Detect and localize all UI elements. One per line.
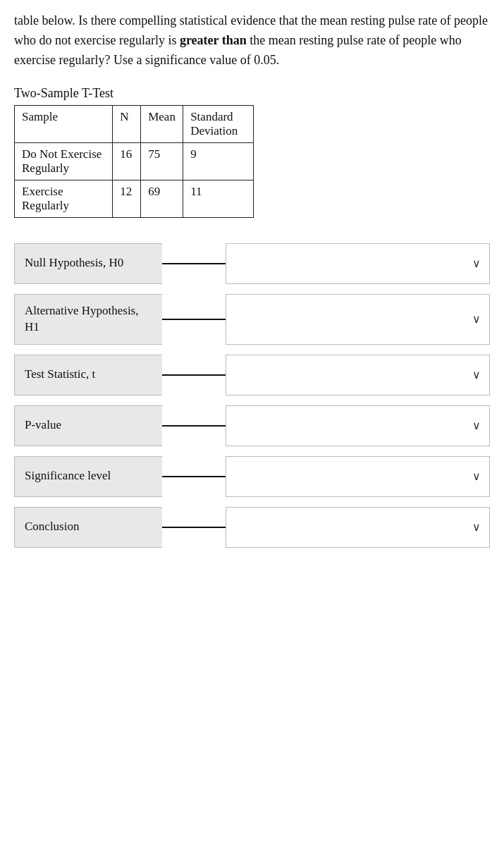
page-container: table below. Is there compelling statist… (0, 0, 504, 846)
null-hypothesis-row: Null Hypothesis, H0 ∨ (14, 243, 490, 284)
test-statistic-line (162, 374, 226, 376)
null-hypothesis-dropdown[interactable]: ∨ (226, 243, 490, 284)
col-header-n: N (113, 105, 141, 142)
p-value-chevron: ∨ (472, 419, 481, 432)
conclusion-line (162, 527, 226, 528)
test-statistic-row: Test Statistic, t ∨ (14, 355, 490, 396)
test-statistic-chevron: ∨ (472, 368, 481, 381)
conclusion-chevron: ∨ (472, 520, 481, 534)
intro-bold: greater than (180, 33, 247, 47)
alt-hypothesis-chevron: ∨ (472, 312, 481, 326)
table-row: Do Not Exercise Regularly 16 75 9 (15, 142, 254, 180)
alt-hypothesis-dropdown[interactable]: ∨ (226, 294, 490, 345)
intro-text: table below. Is there compelling statist… (14, 11, 490, 70)
p-value-dropdown[interactable]: ∨ (226, 405, 490, 446)
alt-hypothesis-line (162, 319, 226, 320)
table-header-row: Sample N Mean Standard Deviation (15, 105, 254, 142)
null-hypothesis-line (162, 263, 226, 264)
null-hypothesis-chevron: ∨ (472, 257, 481, 270)
col-header-sample: Sample (15, 105, 113, 142)
row2-mean: 69 (141, 180, 183, 217)
conclusion-row: Conclusion ∨ (14, 507, 490, 548)
p-value-line (162, 425, 226, 427)
significance-level-row: Significance level ∨ (14, 456, 490, 497)
test-statistic-dropdown[interactable]: ∨ (226, 355, 490, 396)
p-value-row: P-value ∨ (14, 405, 490, 446)
row2-sd: 11 (183, 180, 254, 217)
col-header-mean: Mean (141, 105, 183, 142)
conclusion-label: Conclusion (14, 507, 162, 548)
test-statistic-label: Test Statistic, t (14, 355, 162, 396)
significance-level-line (162, 476, 226, 477)
conclusion-dropdown[interactable]: ∨ (226, 507, 490, 548)
alt-hypothesis-row: Alternative Hypothesis, H1 ∨ (14, 294, 490, 345)
table-section: Two-Sample T-Test Sample N Mean Standard… (14, 86, 490, 218)
row1-sd: 9 (183, 142, 254, 180)
row2-sample: Exercise Regularly (15, 180, 113, 217)
row1-sample: Do Not Exercise Regularly (15, 142, 113, 180)
data-table: Sample N Mean Standard Deviation Do Not … (14, 105, 254, 218)
table-title: Two-Sample T-Test (14, 86, 490, 101)
p-value-label: P-value (14, 405, 162, 446)
col-header-sd: Standard Deviation (183, 105, 254, 142)
row2-n: 12 (113, 180, 141, 217)
significance-level-dropdown[interactable]: ∨ (226, 456, 490, 497)
hypothesis-section: Null Hypothesis, H0 ∨ Alternative Hypoth… (14, 243, 490, 548)
significance-level-label: Significance level (14, 456, 162, 497)
significance-level-chevron: ∨ (472, 470, 481, 483)
table-row: Exercise Regularly 12 69 11 (15, 180, 254, 217)
alt-hypothesis-label: Alternative Hypothesis, H1 (14, 294, 162, 345)
null-hypothesis-label: Null Hypothesis, H0 (14, 243, 162, 284)
row1-n: 16 (113, 142, 141, 180)
row1-mean: 75 (141, 142, 183, 180)
